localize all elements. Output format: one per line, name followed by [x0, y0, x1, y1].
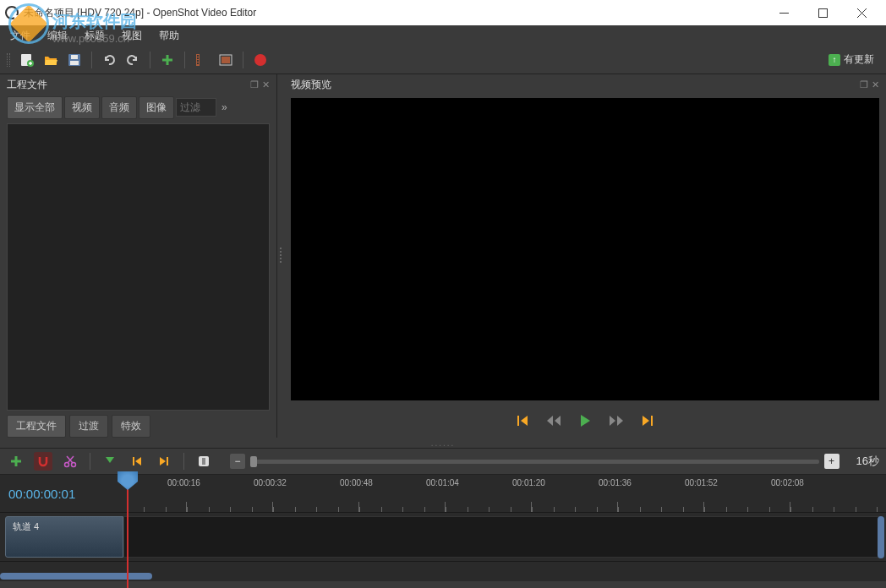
play-button[interactable] — [578, 414, 592, 427]
ruler-label: 00:01:04 — [426, 478, 459, 487]
ruler-label: 00:00:16 — [167, 478, 200, 487]
track-header[interactable]: 轨道 4 — [5, 516, 123, 558]
toolbar-separator — [150, 52, 150, 68]
tab-show-all[interactable]: 显示全部 — [7, 96, 63, 119]
zoom-in-button[interactable]: + — [824, 454, 840, 469]
menu-file[interactable]: 文件 — [5, 27, 36, 45]
svg-rect-30 — [167, 457, 168, 466]
svg-rect-21 — [517, 416, 519, 426]
file-list-area[interactable] — [7, 123, 270, 411]
open-project-button[interactable] — [42, 52, 59, 68]
timeline-horizontal-scrollbar[interactable] — [0, 571, 886, 581]
toolbar-separator — [91, 52, 92, 68]
panel-float-icon[interactable]: ❐ — [250, 79, 259, 90]
titlebar: 未命名项目 [HDV 720 24p] - OpenShot Video Edi… — [0, 0, 886, 25]
export-button[interactable] — [252, 52, 269, 68]
btab-effects[interactable]: 特效 — [112, 415, 150, 438]
zoom-slider: − + — [230, 454, 840, 469]
video-preview-title: 视频预览 — [291, 78, 331, 92]
zoom-track[interactable] — [250, 460, 819, 464]
menu-help[interactable]: 帮助 — [154, 27, 184, 45]
toolbar-separator — [90, 453, 90, 470]
snap-button[interactable] — [34, 452, 52, 471]
track-row: 轨道 4 — [0, 513, 886, 562]
svg-rect-32 — [202, 458, 205, 465]
bottom-tabs: 工程文件 过渡 特效 — [0, 414, 276, 438]
toolbar-separator — [243, 52, 243, 68]
redo-button[interactable] — [124, 52, 141, 68]
svg-rect-17 — [197, 63, 199, 64]
jump-start-button[interactable] — [516, 414, 529, 427]
track-vertical-scrollbar[interactable] — [878, 516, 884, 558]
panels-container: 工程文件 ❐ ✕ 显示全部 视频 音频 图像 » 工程文件 过渡 特效 视频预览 — [0, 74, 886, 438]
panel-close-icon[interactable]: ✕ — [262, 79, 270, 90]
toolbar-separator — [183, 453, 184, 470]
panel-close-icon[interactable]: ✕ — [872, 79, 879, 90]
svg-rect-16 — [197, 60, 199, 62]
tab-audio[interactable]: 音频 — [101, 96, 137, 119]
svg-rect-1 — [818, 8, 827, 17]
menu-title[interactable]: 标题 — [79, 27, 110, 45]
toolbar-handle[interactable] — [7, 53, 10, 67]
playhead[interactable] — [127, 475, 129, 588]
svg-rect-14 — [197, 55, 199, 57]
add-track-button[interactable] — [7, 452, 25, 471]
panel-float-icon[interactable]: ❐ — [860, 79, 868, 90]
timeline-toolbar: − + 16秒 — [0, 448, 886, 475]
center-playhead-button[interactable] — [194, 452, 213, 471]
menu-view[interactable]: 视图 — [117, 27, 147, 45]
close-button[interactable] — [842, 0, 881, 25]
main-toolbar: ↑ 有更新 — [0, 46, 886, 74]
toolbar-separator — [184, 52, 185, 68]
playback-controls — [284, 404, 886, 438]
svg-line-27 — [68, 456, 74, 463]
ruler-label: 00:01:52 — [685, 478, 718, 487]
project-files-title: 工程文件 — [7, 78, 47, 92]
update-button[interactable]: ↑ 有更新 — [823, 51, 879, 68]
zoom-out-button[interactable]: − — [230, 454, 245, 469]
app-icon — [5, 6, 19, 19]
svg-line-28 — [67, 456, 73, 463]
profile-button[interactable] — [194, 52, 211, 68]
svg-rect-9 — [70, 61, 79, 65]
zoom-label: 16秒 — [856, 454, 879, 469]
jump-end-button[interactable] — [641, 414, 654, 427]
new-project-button[interactable] — [19, 52, 36, 68]
svg-rect-10 — [71, 55, 78, 59]
zoom-thumb[interactable] — [250, 456, 257, 467]
vertical-resize-handle[interactable]: ...... — [0, 438, 886, 448]
video-preview-panel: 视频预览 ❐ ✕ — [284, 74, 886, 438]
save-project-button[interactable] — [66, 52, 83, 68]
btab-transitions[interactable]: 过渡 — [69, 415, 108, 438]
ruler-marks[interactable]: 00:00:1600:00:3200:00:4800:01:0400:01:20… — [127, 475, 886, 512]
btab-project-files[interactable]: 工程文件 — [7, 415, 66, 438]
timeline-ruler: 00:00:00:01 00:00:1600:00:3200:00:4800:0… — [0, 475, 886, 512]
ruler-label: 00:02:08 — [771, 478, 804, 487]
razor-button[interactable] — [61, 452, 79, 471]
tabs-overflow-button[interactable]: » — [218, 98, 231, 117]
scroll-thumb[interactable] — [0, 573, 152, 580]
panel-resize-handle[interactable] — [277, 74, 284, 438]
undo-button[interactable] — [101, 52, 118, 68]
fast-forward-button[interactable] — [609, 415, 624, 427]
video-preview-area[interactable] — [291, 98, 879, 400]
svg-rect-19 — [222, 57, 230, 63]
filter-input[interactable] — [176, 98, 216, 117]
svg-rect-29 — [133, 457, 134, 466]
prev-marker-button[interactable] — [128, 452, 146, 471]
tab-image[interactable]: 图像 — [139, 96, 174, 119]
menu-edit[interactable]: 编辑 — [42, 27, 73, 45]
track-body[interactable] — [123, 516, 881, 558]
tab-video[interactable]: 视频 — [64, 96, 100, 119]
timecode-display: 00:00:00:01 — [0, 475, 127, 512]
rewind-button[interactable] — [546, 415, 561, 427]
maximize-button[interactable] — [803, 0, 842, 25]
fullscreen-button[interactable] — [217, 52, 234, 68]
video-preview-header: 视频预览 ❐ ✕ — [284, 74, 886, 95]
marker-button[interactable] — [101, 452, 119, 471]
next-marker-button[interactable] — [155, 452, 173, 471]
project-files-header: 工程文件 ❐ ✕ — [0, 74, 276, 95]
import-files-button[interactable] — [159, 52, 176, 68]
minimize-button[interactable] — [764, 0, 803, 25]
window-title: 未命名项目 [HDV 720 24p] - OpenShot Video Edi… — [24, 6, 764, 20]
